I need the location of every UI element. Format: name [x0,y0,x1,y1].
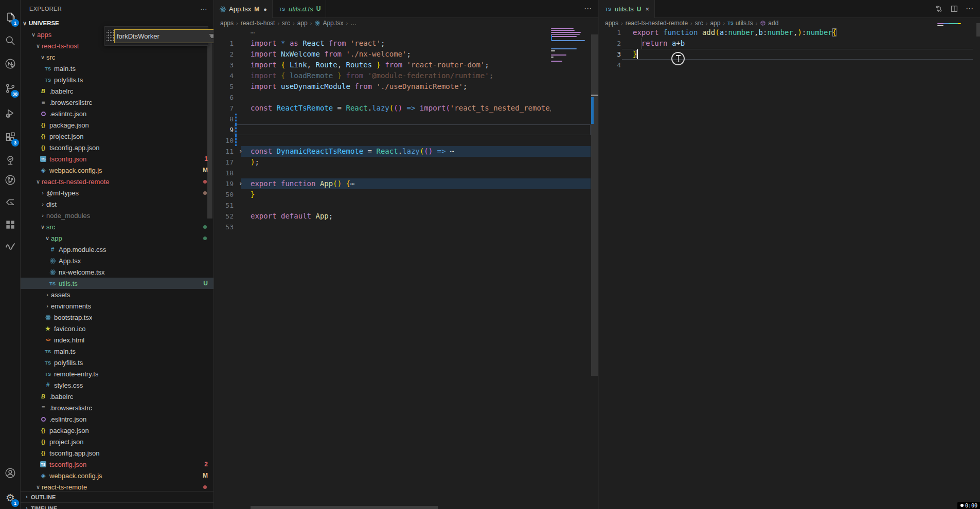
tree-item-@mf-types[interactable]: ›@mf-types [21,187,213,198]
tab-App.tsx[interactable]: App.tsxM● [214,0,273,18]
tree-item-nx-welcome.tsx[interactable]: nx-welcome.tsx [21,266,213,278]
code-line-3[interactable]: 3import { Link, Route, Routes } from 're… [214,60,598,70]
tree-item-node_modules[interactable]: ›node_modules [21,210,213,221]
activity-settings-icon[interactable]: ⚙1 [0,487,21,508]
breadcrumb-item[interactable]: ›src [688,20,703,27]
tree-item-.browserslistrc[interactable]: ≡.browserslistrc [21,402,213,413]
code-line[interactable]: ⋯ [214,27,598,38]
tree-item-styles.css[interactable]: #styles.css [21,379,213,391]
tree-item-polyfills.ts[interactable]: TSpolyfills.ts [21,357,213,368]
tree-item-react-ts-nested-remote[interactable]: ∨react-ts-nested-remote [21,176,213,187]
code-line-11[interactable]: 11›const DynamicReactTsRemote = React.la… [214,146,598,157]
code-line-53[interactable]: 53 [214,222,598,232]
activity-grid-icon[interactable] [0,214,21,235]
breadcrumb-item[interactable]: ›react-ts-host [234,20,275,27]
breadcrumb-item[interactable]: ›react-ts-nested-remote [618,20,688,27]
tree-item-tsconfig.json[interactable]: TStsconfig.json2 [21,459,213,470]
tree-item-environments[interactable]: ›environments [21,300,213,312]
code-line-4[interactable]: 4import { loadRemote } from '@module-fed… [214,70,598,81]
code-line-52[interactable]: 52export default App; [214,211,598,222]
code-line-50[interactable]: 50} [214,189,598,200]
code-line-1[interactable]: 1export function add(a:number,b:number,)… [599,27,980,38]
tree-item-dist[interactable]: ›dist [21,198,213,210]
outline-section[interactable]: › OUTLINE [21,491,213,502]
code-line-2[interactable]: 2import NxWelcome from './nx-welcome'; [214,49,598,60]
minimap[interactable] [937,23,977,27]
timeline-section[interactable]: › TIMELINE [21,502,213,509]
breadcrumb-item[interactable]: apps [605,20,618,27]
activity-console-ninja-icon[interactable] [0,193,21,213]
activity-testing-icon[interactable] [0,150,21,171]
tree-item-remote-entry.ts[interactable]: TSremote-entry.ts [21,368,213,379]
activity-run-debug-icon[interactable] [0,103,21,123]
tree-item-.babelrc[interactable]: B.babelrc [21,85,213,97]
compare-changes-icon[interactable] [935,5,943,13]
tree-item-webpack.config.js[interactable]: ◈webpack.config.jsM [21,165,213,176]
horizontal-scrollbar[interactable] [251,506,438,509]
activity-nx-console-icon[interactable] [0,53,21,74]
tree-item-project.json[interactable]: {}project.json [21,131,213,142]
code-editor-app-tsx[interactable]: ⋯1import * as React from 'react';2import… [214,27,598,509]
breadcrumb-item[interactable]: apps [220,20,234,27]
more-actions-icon[interactable]: ⋯ [966,4,974,13]
code-line-7[interactable]: 7const ReactTsRemote = React.lazy(() => … [214,103,598,114]
breadcrumb-item[interactable]: ›src [275,20,290,27]
tree-item-.babelrc[interactable]: B.babelrc [21,391,213,402]
find-input[interactable] [115,32,209,40]
tree-item-package.json[interactable]: {}package.json [21,425,213,436]
tree-item-assets[interactable]: ›assets [21,289,213,300]
code-line-5[interactable]: 5import useDynamicModule from './useDyna… [214,81,598,92]
tree-item-App.module.css[interactable]: #App.module.css [21,244,213,255]
activity-search-icon[interactable] [0,30,21,51]
tree-item-main.ts[interactable]: TSmain.ts [21,63,213,74]
code-line-17[interactable]: 17); [214,157,598,168]
activity-project-graph-icon[interactable] [0,170,21,190]
tree-item-App.tsx[interactable]: App.tsx [21,255,213,266]
activity-wallaby-icon[interactable] [0,235,21,256]
tree-item-webpack.config.js[interactable]: ◈webpack.config.jsM [21,470,213,481]
tree-item-utils.ts[interactable]: TSutils.tsU [21,278,213,289]
dirty-dot-icon[interactable]: ● [263,6,267,12]
code-line-10[interactable]: 10 [214,135,598,146]
scrollbar[interactable] [591,0,598,509]
scrollbar-thumb[interactable] [976,23,980,37]
filter-icon[interactable] [209,34,213,39]
code-line-2[interactable]: 2 return a+b [599,38,980,49]
code-line-3[interactable]: 3} [599,49,980,60]
tab-utils.ts[interactable]: TSutils.tsU× [599,0,655,18]
scrollbar-thumb[interactable] [591,34,598,376]
split-editor-icon[interactable] [950,5,958,13]
activity-extensions-icon[interactable]: 3 [0,127,21,148]
fold-chevron-icon[interactable]: › [239,178,242,189]
code-line-4[interactable]: 4 [599,60,980,70]
minimap[interactable] [551,28,591,63]
breadcrumb-item[interactable]: ›app [703,20,721,27]
tree-item-src[interactable]: ∨src [21,221,213,232]
close-icon[interactable]: × [646,5,650,13]
tree-item-.browserslistrc[interactable]: ≡.browserslistrc [21,97,213,108]
tree-item-favicon.ico[interactable]: ★favicon.ico [21,323,213,334]
drag-grip-icon[interactable] [106,30,114,42]
code-line-9[interactable]: 9 [214,124,598,135]
code-line-51[interactable]: 51 [214,200,598,211]
code-editor-utils-ts[interactable]: 1export function add(a:number,b:number,)… [599,27,980,509]
tree-item-tsconfig.json[interactable]: TStsconfig.json1 [21,153,213,165]
code-line-6[interactable]: 6 [214,92,598,103]
sidebar-scrollbar[interactable] [207,29,212,219]
tree-item-main.ts[interactable]: TSmain.ts [21,346,213,357]
tree-item-tsconfig.app.json[interactable]: {}tsconfig.app.json [21,142,213,153]
tree-item-.eslintrc.json[interactable]: .eslintrc.json [21,108,213,119]
code-line-19[interactable]: 19›export function App() {⋯ [214,178,598,189]
tree-item-.eslintrc.json[interactable]: .eslintrc.json [21,413,213,425]
tree-item-bootstrap.tsx[interactable]: bootstrap.tsx [21,312,213,323]
breadcrumb-item[interactable]: ›add [753,20,779,27]
tree-item-index.html[interactable]: <>index.html [21,334,213,346]
code-line-8[interactable]: 8 [214,114,598,124]
sidebar-more-icon[interactable]: ⋯ [200,5,207,13]
code-line-1[interactable]: 1import * as React from 'react'; [214,38,598,49]
tree-item-polyfills.ts[interactable]: TSpolyfills.ts [21,74,213,85]
activity-explorer-icon[interactable]: 1 [0,7,21,28]
breadcrumb-item[interactable]: ›TSutils.ts [720,20,753,27]
tree-item-src[interactable]: ∨src [21,51,213,63]
breadcrumb-item[interactable]: ›… [343,20,357,27]
